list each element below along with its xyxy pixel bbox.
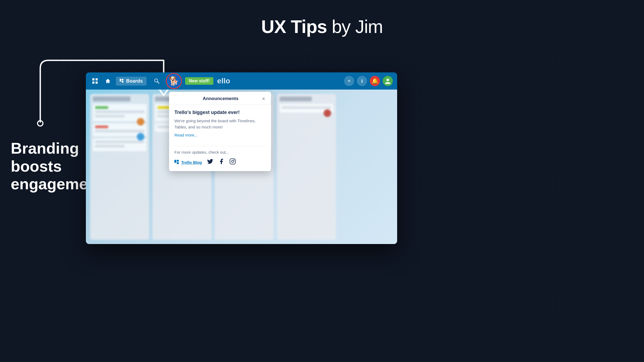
title-bold: UX Tips <box>261 16 327 37</box>
announcements-popup: Announcements × Trello's biggest update … <box>169 92 271 171</box>
social-links: Trello Blog <box>174 158 266 166</box>
svg-rect-3 <box>92 82 94 84</box>
popup-body: Trello's biggest update ever! We're goin… <box>169 105 271 171</box>
trello-blog-link[interactable]: Trello Blog <box>174 160 202 165</box>
boards-label: Boards <box>126 78 143 84</box>
facebook-icon[interactable] <box>218 158 225 166</box>
user-avatar-button[interactable] <box>383 76 393 86</box>
read-more-link[interactable]: Read more... <box>174 133 198 137</box>
svg-rect-2 <box>96 78 98 80</box>
popup-main-title: Trello's biggest update ever! <box>174 110 266 115</box>
create-button[interactable]: + <box>344 76 354 86</box>
svg-rect-6 <box>122 79 123 80</box>
annotation-arrow <box>19 52 174 130</box>
svg-rect-13 <box>177 160 179 162</box>
popup-divider <box>174 146 266 146</box>
info-button[interactable]: ℹ <box>357 76 367 86</box>
new-stuff-badge[interactable]: New stuff! <box>185 77 213 85</box>
svg-rect-7 <box>122 81 123 83</box>
svg-rect-5 <box>120 79 121 82</box>
trello-avatar-button[interactable]: 🐕 <box>166 73 182 89</box>
svg-point-16 <box>232 160 234 162</box>
blog-label: Trello Blog <box>181 160 202 165</box>
avatar-highlight[interactable]: 🐕 <box>166 73 182 89</box>
svg-rect-12 <box>174 160 176 163</box>
boards-button[interactable]: Boards <box>116 77 147 86</box>
twitter-icon[interactable] <box>207 158 213 166</box>
home-icon[interactable] <box>103 76 113 86</box>
popup-close-button[interactable]: × <box>261 95 266 102</box>
svg-rect-1 <box>92 78 94 80</box>
trello-logo: ello <box>217 77 230 85</box>
svg-point-11 <box>386 79 389 81</box>
popup-description: We're going beyond the board with Timeli… <box>174 118 266 130</box>
popup-footer-text: For more updates, check out... <box>174 150 266 154</box>
notifications-bell[interactable]: 🔔 <box>370 76 380 86</box>
svg-rect-15 <box>230 159 235 164</box>
svg-line-9 <box>158 82 159 83</box>
board-list-4 <box>277 94 336 240</box>
toolbar-right-section: + ℹ 🔔 <box>344 76 393 86</box>
popup-header: Announcements × <box>169 92 271 105</box>
avatar-mascot: 🐕 <box>169 76 179 86</box>
page-title: UX Tips by Jim <box>0 0 644 37</box>
browser-toolbar: Boards 🐕 New stuff! ello + ℹ 🔔 <box>86 72 397 90</box>
grid-icon[interactable] <box>90 76 100 86</box>
instagram-icon[interactable] <box>229 158 236 166</box>
popup-title: Announcements <box>180 96 261 101</box>
search-icon[interactable] <box>152 76 162 86</box>
svg-rect-4 <box>96 82 98 84</box>
title-light: by Jim <box>327 16 383 37</box>
svg-rect-14 <box>177 162 179 164</box>
svg-point-17 <box>234 160 235 160</box>
